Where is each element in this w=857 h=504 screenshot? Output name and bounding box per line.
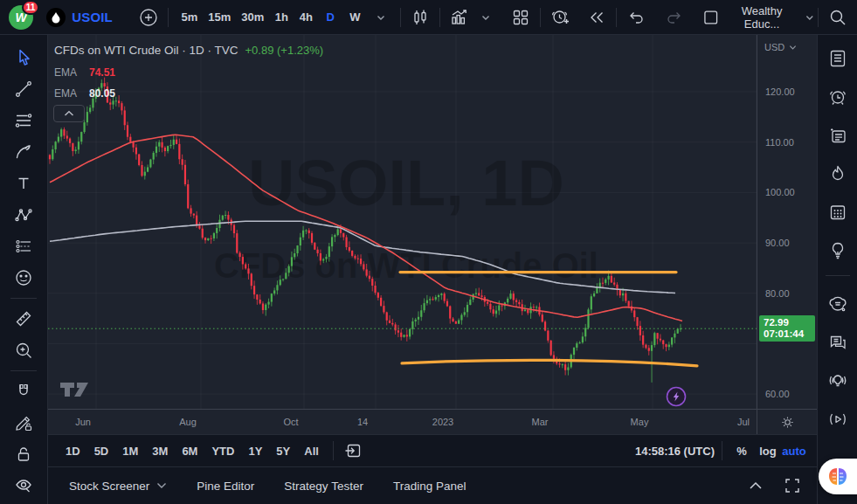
tab-pine-editor[interactable]: Pine Editor — [188, 473, 263, 499]
tool-ruler-button[interactable] — [7, 303, 40, 335]
interval-w[interactable]: W — [342, 5, 367, 30]
time-tick-14: 14 — [357, 417, 368, 427]
price-tick-60: 60.00 — [765, 389, 790, 399]
ema-slow-value: 80.05 — [89, 87, 115, 100]
range-5y[interactable]: 5Y — [269, 439, 297, 462]
range-6m[interactable]: 6M — [175, 439, 204, 462]
interval-4h[interactable]: 4h — [294, 5, 318, 30]
compare-add-button[interactable] — [136, 5, 161, 30]
ema-fast-legend: EMA74.51 — [54, 66, 115, 79]
sidebar-hotlists-button[interactable] — [820, 155, 855, 193]
interval-30m[interactable]: 30m — [236, 5, 269, 30]
interval-1h[interactable]: 1h — [269, 5, 294, 30]
brush-icon — [14, 142, 33, 162]
interval-15m[interactable]: 15m — [203, 5, 236, 30]
interval-5m[interactable]: 5m — [176, 5, 203, 30]
range-1m[interactable]: 1M — [115, 439, 145, 462]
tool-forecast-button[interactable] — [7, 231, 40, 262]
log-scale-button[interactable]: log — [756, 438, 780, 463]
tool-trend-line-button[interactable] — [7, 73, 40, 105]
search-button[interactable] — [826, 5, 850, 30]
tab-stock-screener[interactable]: Stock Screener — [60, 473, 176, 499]
range-1y[interactable]: 1Y — [241, 439, 269, 462]
sidebar-live-ideas-button[interactable] — [820, 362, 855, 400]
sidebar-watchlist-button[interactable] — [820, 39, 855, 78]
redo-button[interactable] — [662, 5, 687, 30]
time-tick-jun: Jun — [75, 417, 91, 427]
sidebar-journal-button[interactable] — [820, 116, 855, 155]
tool-zoom-in-button[interactable] — [7, 335, 40, 366]
range-all[interactable]: All — [297, 439, 326, 462]
currency-dropdown[interactable]: USD — [764, 42, 797, 52]
sidebar-minds-button[interactable] — [820, 285, 855, 323]
sidebar-ideas-button[interactable] — [820, 231, 855, 270]
boost-flash-button[interactable] — [667, 388, 686, 406]
chat-icon — [827, 332, 848, 353]
magnet-icon — [14, 382, 33, 401]
alert-button[interactable] — [548, 5, 572, 30]
tool-emoji-button[interactable] — [7, 262, 40, 293]
tool-fib-retracement-button[interactable] — [7, 105, 40, 136]
divider — [540, 8, 541, 27]
sidebar-chat-button[interactable] — [820, 323, 855, 362]
price-axis[interactable]: USD 120.00110.00100.0090.0080.0060.00 72… — [757, 35, 817, 409]
journal-icon — [827, 125, 848, 146]
fullscreen-button[interactable] — [780, 473, 805, 498]
tab-label: Trading Panel — [393, 480, 467, 493]
ai-extension-button[interactable] — [819, 459, 857, 494]
sidebar-streams-button[interactable] — [820, 400, 855, 438]
symbol-button[interactable]: USOIL — [73, 5, 113, 30]
layout-manager-button[interactable]: Wealthy Educ... — [702, 5, 816, 30]
emoji-icon — [14, 268, 33, 287]
divider — [722, 441, 722, 460]
sidebar-calendar-button[interactable] — [820, 193, 855, 231]
text-icon — [14, 174, 33, 193]
sidebar-alerts-button[interactable] — [820, 78, 855, 116]
bottom-toolbar: 1D5D1M3M6MYTD1Y5YAll 14:58:16 (UTC) % lo… — [48, 434, 817, 466]
candlestick-chart[interactable]: USOIL, 1DCFDs on WTI Crude Oil — [48, 35, 757, 409]
user-avatar[interactable]: W 11 — [7, 3, 36, 32]
indicator-templates-chevron-icon[interactable] — [473, 5, 498, 30]
tool-draw-lock-button[interactable] — [7, 407, 40, 438]
go-to-date-button[interactable] — [341, 438, 365, 463]
tab-trading-panel[interactable]: Trading Panel — [384, 473, 475, 499]
chart-legend: CFDs on WTI Crude Oil · 1D · TVC+0.89 (+… — [54, 44, 323, 57]
panel-expand-button[interactable] — [743, 473, 768, 498]
indicators-button[interactable] — [447, 5, 472, 30]
range-1d[interactable]: 1D — [59, 439, 87, 462]
undo-button[interactable] — [624, 5, 648, 30]
interval-dropdown-chevron-icon[interactable] — [369, 5, 393, 30]
time-tick-2023: 2023 — [432, 417, 453, 427]
legend-collapse-button[interactable] — [53, 105, 85, 122]
right-sidebar — [817, 35, 857, 504]
time-axis[interactable]: JunAugOct142023MarMayJul — [48, 409, 817, 434]
clock-utc[interactable]: 14:58:16 (UTC) — [635, 445, 715, 458]
interval-d[interactable]: D — [318, 5, 342, 30]
tool-hide-all-button[interactable] — [7, 470, 40, 501]
range-5d[interactable]: 5D — [87, 439, 116, 462]
tool-lock-all-button[interactable] — [7, 438, 40, 470]
divider — [818, 8, 819, 27]
tool-text-button[interactable] — [7, 168, 40, 199]
tool-cursor-button[interactable] — [7, 42, 40, 73]
svg-text:USOIL, 1D: USOIL, 1D — [248, 147, 564, 219]
time-tick-oct: Oct — [283, 417, 298, 427]
tool-brush-button[interactable] — [7, 136, 40, 168]
chart-pane[interactable]: USOIL, 1DCFDs on WTI Crude Oil CFDs on W… — [48, 35, 817, 409]
divider — [439, 8, 440, 27]
range-3m[interactable]: 3M — [145, 439, 175, 462]
sidebar-divider — [826, 275, 850, 276]
tool-xabcd-pattern-button[interactable] — [7, 199, 40, 231]
tab-strategy-tester[interactable]: Strategy Tester — [275, 473, 372, 499]
chart-style-button[interactable] — [408, 5, 432, 30]
layout-grid-button[interactable] — [508, 5, 533, 30]
range-ytd[interactable]: YTD — [204, 439, 241, 462]
replay-button[interactable] — [584, 5, 609, 30]
toolbar-divider — [10, 370, 37, 371]
last-price-label[interactable]: 72.99 07:01:44 — [759, 315, 815, 342]
auto-scale-button[interactable]: auto — [782, 438, 806, 463]
brain-icon — [826, 466, 849, 487]
tool-magnet-button[interactable] — [7, 376, 40, 407]
percent-scale-button[interactable]: % — [729, 438, 754, 463]
axis-settings-corner[interactable] — [757, 410, 817, 434]
